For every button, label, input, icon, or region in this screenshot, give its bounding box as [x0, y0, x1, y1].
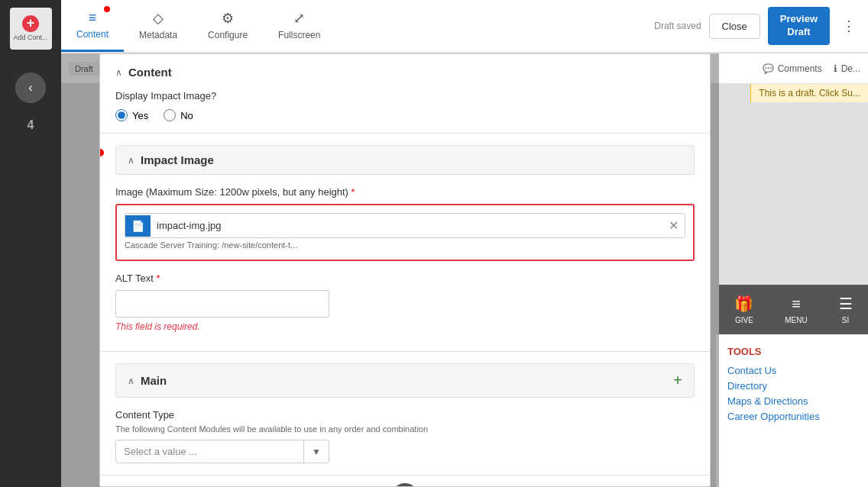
give-icon: 🎁 [734, 295, 753, 313]
no-radio[interactable] [164, 109, 176, 121]
kebab-menu-button[interactable]: ⋮ [837, 15, 860, 37]
tab-metadata[interactable]: ◇ Metadata [124, 0, 193, 52]
content-collapse-icon[interactable]: ∧ [115, 67, 122, 78]
configure-tab-label: Configure [208, 30, 248, 40]
file-name-display: impact-img.jpg [151, 215, 662, 236]
maps-directions-link[interactable]: Maps & Directions [727, 395, 857, 407]
tools-panel: TOOLS Contact Us Directory Maps & Direct… [715, 334, 868, 487]
alt-text-section: ALT Text * This field is required. [115, 265, 695, 340]
content-tab-label: Content [76, 29, 108, 40]
fullscreen-tab-label: Fullscreen [278, 30, 320, 40]
career-opportunities-link[interactable]: Career Opportunities [727, 411, 857, 422]
metadata-tab-label: Metadata [139, 30, 177, 40]
comments-button[interactable]: 💬 Comments [763, 63, 822, 74]
content-section: ∧ Content Display Impact Image? Yes No [100, 54, 710, 134]
alt-text-input[interactable] [115, 290, 329, 318]
image-field-label: Image (Maximum Size: 1200w pixels, but a… [115, 186, 695, 198]
scroll-up-circle: ∧ [391, 483, 419, 487]
display-impact-label: Display Impact Image? [115, 90, 695, 102]
tab-content[interactable]: ≡ Content [61, 0, 124, 52]
nav-give[interactable]: 🎁 GIVE [734, 295, 753, 324]
details-button[interactable]: ℹ De... [834, 63, 860, 74]
content-section-title: Content [128, 66, 172, 79]
menu-icon: ≡ [792, 295, 801, 313]
impact-section-header: ∧ Impact Image [115, 145, 695, 175]
select-value: Select a value ... [116, 440, 303, 463]
content-type-label: Content Type [115, 409, 695, 421]
notification-dot [104, 6, 110, 12]
main-section-title: Main [141, 374, 167, 387]
draft-notice: This is a draft. Click Su... [750, 84, 868, 102]
directory-link[interactable]: Directory [727, 380, 857, 392]
no-label: No [180, 110, 193, 121]
file-input-row: 📄 impact-img.jpg ✕ [125, 213, 685, 238]
arrow-icon: ‹ [28, 81, 32, 95]
file-type-icon: 📄 [125, 215, 151, 237]
cms-toolbar: ≡ Content ◇ Metadata ⚙ Configure ⤢ Fulls… [61, 0, 868, 53]
info-icon: ℹ [834, 63, 837, 74]
file-path-display: Cascade Server Training: /new-site/conte… [125, 238, 685, 252]
details-label: De... [841, 63, 860, 74]
impact-section-title: Impact Image [141, 153, 214, 166]
field-required-message: This field is required. [115, 321, 695, 332]
website-nav-bar: 🎁 GIVE ≡ MENU ☰ SI [719, 285, 868, 334]
required-dot [99, 149, 104, 156]
main-header-left: ∧ Main [128, 374, 167, 387]
tools-links: Contact Us Directory Maps & Directions C… [727, 365, 857, 422]
main-section: ∧ Main + Content Type The following Cont… [100, 352, 710, 476]
content-section-header: ∧ Content [115, 66, 695, 79]
image-field-container: Image (Maximum Size: 1200w pixels, but a… [115, 186, 695, 261]
sidebar-number: 4 [28, 118, 34, 132]
metadata-tab-icon: ◇ [153, 10, 164, 27]
required-star-image: * [351, 186, 355, 198]
image-upload-box: 📄 impact-img.jpg ✕ Cascade Server Traini… [115, 204, 695, 261]
preview-draft-button[interactable]: Preview Draft [768, 7, 830, 45]
select-arrow-icon[interactable]: ▼ [303, 441, 329, 463]
main-section-header: ∧ Main + [115, 363, 695, 398]
main-add-button[interactable]: + [673, 372, 682, 389]
comments-label: Comments [778, 63, 822, 74]
nav-si[interactable]: ☰ SI [839, 295, 853, 324]
plus-icon: + [22, 15, 39, 32]
tab-fullscreen[interactable]: ⤢ Fullscreen [263, 0, 335, 52]
impact-image-section: ∧ Impact Image Image (Maximum Size: 1200… [100, 134, 710, 352]
add-content-label: Add Cont... [13, 34, 47, 42]
cms-toolbar-right: Draft saved Close Preview Draft ⋮ [654, 0, 868, 52]
scroll-up-button[interactable]: ∧ [100, 476, 710, 487]
alt-text-label: ALT Text * [115, 273, 695, 284]
content-editor-modal: ∧ Content Display Impact Image? Yes No ∧… [99, 53, 711, 487]
content-type-select[interactable]: Select a value ... ▼ [115, 440, 329, 463]
si-icon: ☰ [839, 295, 853, 313]
add-content-button[interactable]: + Add Cont... [10, 8, 52, 50]
si-label: SI [842, 316, 849, 324]
impact-collapse-icon[interactable]: ∧ [128, 155, 134, 166]
cms-tabs: ≡ Content ◇ Metadata ⚙ Configure ⤢ Fulls… [61, 0, 335, 52]
close-button[interactable]: Close [709, 14, 760, 39]
contact-us-link[interactable]: Contact Us [727, 365, 857, 376]
configure-tab-icon: ⚙ [222, 10, 234, 27]
yes-radio-label[interactable]: Yes [115, 109, 148, 121]
clear-file-button[interactable]: ✕ [662, 214, 685, 237]
secondary-buttons: 💬 Comments ℹ De... [763, 63, 860, 74]
comments-icon: 💬 [763, 63, 774, 74]
collapse-arrow[interactable]: ‹ [15, 73, 46, 103]
left-sidebar: + Add Cont... ‹ 4 [0, 0, 61, 487]
content-tab-icon: ≡ [89, 10, 97, 26]
tab-configure[interactable]: ⚙ Configure [193, 0, 263, 52]
yes-label: Yes [132, 110, 148, 121]
main-collapse-icon[interactable]: ∧ [128, 376, 134, 386]
display-impact-row: Yes No [115, 109, 695, 121]
fullscreen-tab-icon: ⤢ [293, 10, 305, 27]
tools-header: TOOLS [727, 346, 857, 357]
yes-radio[interactable] [115, 109, 128, 121]
draft-saved-text: Draft saved [654, 21, 701, 31]
nav-menu[interactable]: ≡ MENU [785, 295, 807, 324]
no-radio-label[interactable]: No [164, 109, 193, 121]
required-star-alt: * [157, 273, 160, 284]
give-label: GIVE [735, 316, 753, 324]
menu-label: MENU [785, 316, 807, 324]
content-type-desc: The following Content Modules will be av… [115, 424, 695, 434]
